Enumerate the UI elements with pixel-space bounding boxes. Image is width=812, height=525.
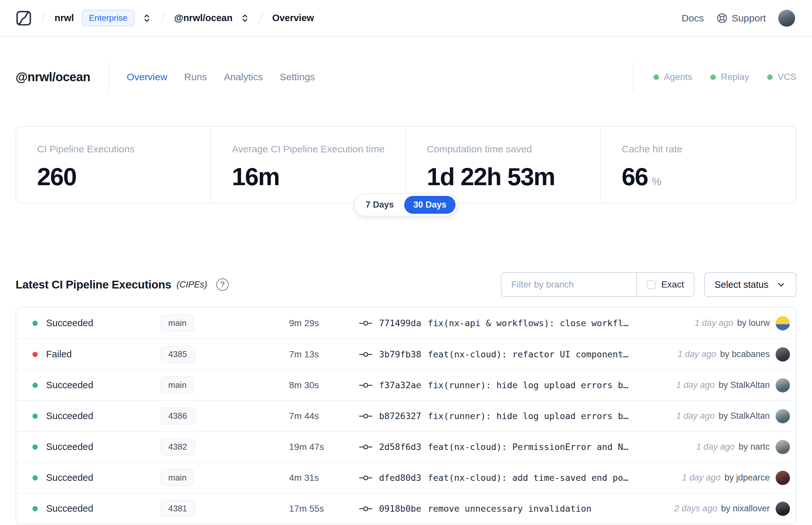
section-title: Latest CI Pipeline Executions (16, 278, 171, 291)
author: by lourw (737, 318, 770, 328)
select-status-button[interactable]: Select status (704, 272, 796, 297)
commit-hash[interactable]: 3b79fb38 (379, 349, 421, 359)
workspace-indicators-wrap: Agents Replay VCS (633, 63, 796, 91)
author: by nixallover (721, 504, 770, 514)
git-commit-icon (359, 351, 372, 358)
table-row[interactable]: Failed 4385 7m 13s 3b79fb38 feat(nx-clou… (16, 339, 796, 370)
enterprise-badge[interactable]: Enterprise (82, 10, 135, 26)
commit-hash[interactable]: b8726327 (379, 411, 421, 421)
table-row[interactable]: Succeeded main 9m 29s 771499da fix(nx-ap… (16, 308, 796, 339)
status-label: Succeeded (46, 318, 93, 328)
range-option-30-days[interactable]: 30 Days (404, 196, 455, 214)
table-row[interactable]: Succeeded 4381 17m 55s 0918b0be remove u… (16, 493, 796, 524)
status-label: Failed (46, 349, 72, 360)
author: by nartc (739, 442, 770, 452)
support-link[interactable]: Support (716, 12, 766, 24)
indicator-vcs[interactable]: VCS (767, 72, 796, 82)
duration: 4m 31s (289, 473, 359, 483)
table-controls: Exact Select status (501, 272, 796, 297)
exact-checkbox[interactable] (647, 280, 656, 289)
divider (108, 63, 109, 91)
tab-settings[interactable]: Settings (280, 72, 315, 82)
range-toggle: 7 Days 30 Days (354, 193, 458, 216)
branch-cell: 4386 (160, 407, 289, 425)
workspace-title: @nrwl/ocean (16, 70, 90, 84)
time-ago: 1 day ago (677, 349, 716, 359)
branch-filter-group: Exact (501, 272, 694, 297)
docs-link[interactable]: Docs (682, 13, 704, 24)
status-dot (32, 414, 38, 419)
commit-hash[interactable]: dfed80d3 (379, 473, 421, 483)
commit-cell: dfed80d3 feat(nx-cloud): add time-saved … (359, 473, 676, 483)
exact-toggle: Exact (637, 273, 694, 296)
git-commit-icon (359, 506, 372, 512)
table-row[interactable]: Succeeded 4386 7m 44s b8726327 fix(runne… (16, 400, 796, 431)
tab-runs[interactable]: Runs (184, 72, 207, 82)
stat-card-time-saved: Computation time saved 1d 22h 53m (406, 127, 601, 203)
commit-message: fix(runner): hide log upload errors b… (428, 380, 628, 390)
breadcrumb: nrwl Enterprise @nrwl/ocean Overview (16, 10, 314, 26)
branch-cell: 4382 (160, 438, 289, 455)
feature-indicators: Agents Replay VCS (654, 72, 796, 82)
branch-badge: 4381 (160, 500, 195, 517)
branch-cell: main (160, 314, 289, 332)
section-title-suffix: (CIPEs) (177, 280, 208, 290)
indicator-replay[interactable]: Replay (710, 72, 749, 82)
stats-section: CI Pipeline Executions 260 Average CI Pi… (16, 126, 796, 204)
green-status-dot (710, 74, 716, 80)
branch-badge: 4382 (160, 438, 195, 455)
branch-filter-input[interactable] (502, 273, 636, 296)
status-cell: Succeeded (32, 318, 160, 328)
author: by StalkAltan (718, 380, 770, 390)
indicator-agents[interactable]: Agents (654, 72, 692, 82)
tab-overview[interactable]: Overview (127, 72, 167, 82)
nx-cloud-logo[interactable] (16, 10, 32, 26)
status-label: Succeeded (46, 380, 93, 390)
table-row[interactable]: Succeeded 4382 19m 47s 2d58f6d3 feat(nx-… (16, 431, 796, 462)
stat-card-avg-time: Average CI Pipeline Execution time 16m (211, 127, 406, 203)
breadcrumb-workspace[interactable]: @nrwl/ocean (174, 13, 232, 24)
duration: 8m 30s (289, 380, 359, 390)
workspace-selector-chevron-up-down-icon[interactable] (240, 13, 249, 23)
chevron-down-icon (776, 280, 786, 289)
status-label: Succeeded (46, 411, 93, 421)
breadcrumb-org[interactable]: nrwl (55, 13, 74, 24)
commit-message: fix(runner): hide log upload errors b… (428, 411, 628, 421)
status-dot (32, 475, 38, 480)
breadcrumb-slash (160, 12, 165, 24)
meta-cell: 1 day ago by bcabanes (671, 349, 770, 359)
avatar (776, 409, 790, 423)
meta-cell: 1 day ago by StalkAltan (670, 380, 770, 390)
time-ago: 1 day ago (696, 442, 735, 452)
tab-analytics[interactable]: Analytics (224, 72, 263, 82)
commit-hash[interactable]: 2d58f6d3 (379, 442, 421, 452)
duration: 17m 55s (289, 504, 359, 514)
branch-badge: 4386 (160, 407, 195, 425)
table-row[interactable]: Succeeded main 8m 30s f37a32ae fix(runne… (16, 370, 796, 400)
commit-hash[interactable]: 771499da (379, 318, 421, 328)
workspace-header: @nrwl/ocean Overview Runs Analytics Sett… (0, 63, 812, 91)
org-selector-chevron-up-down-icon[interactable] (142, 13, 151, 23)
commit-message: feat(nx-cloud): refactor UI component… (428, 349, 628, 359)
question-circle-icon[interactable]: ? (216, 279, 229, 291)
status-cell: Succeeded (32, 472, 160, 483)
life-ring-icon (716, 12, 728, 24)
status-cell: Succeeded (32, 441, 160, 452)
commit-hash[interactable]: f37a32ae (379, 380, 421, 390)
stat-label: Average CI Pipeline Execution time (232, 144, 399, 155)
stat-card-cache-hit-rate: Cache hit rate 66% (601, 127, 796, 203)
user-avatar[interactable] (778, 10, 795, 27)
status-dot (32, 506, 38, 511)
commit-message: feat(nx-cloud): add time-saved end po… (428, 473, 628, 483)
git-commit-icon (359, 382, 372, 389)
cipe-section-header: Latest CI Pipeline Executions (CIPEs) ? … (0, 272, 812, 297)
author: by bcabanes (720, 349, 770, 359)
status-label: Succeeded (46, 503, 93, 514)
commit-hash[interactable]: 0918b0be (379, 504, 421, 514)
commit-cell: 2d58f6d3 feat(nx-cloud): PermissionError… (359, 442, 690, 452)
range-option-7-days[interactable]: 7 Days (356, 196, 403, 214)
status-label: Succeeded (46, 472, 93, 483)
avatar (776, 347, 790, 362)
commit-cell: b8726327 fix(runner): hide log upload er… (359, 411, 670, 421)
table-row[interactable]: Succeeded main 4m 31s dfed80d3 feat(nx-c… (16, 462, 796, 493)
